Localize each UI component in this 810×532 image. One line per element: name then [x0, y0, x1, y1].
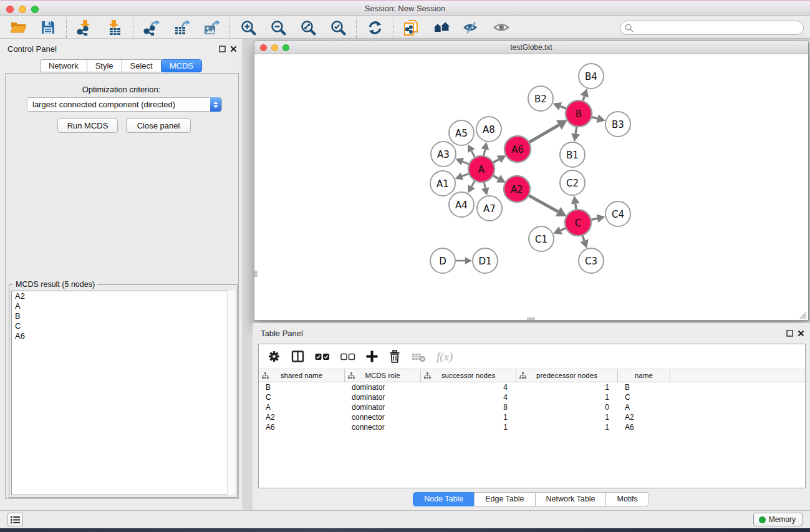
cell-predecessor-nodes[interactable]: 1 — [516, 382, 618, 392]
clone-network-button[interactable] — [403, 19, 420, 36]
edge-A-A2[interactable] — [493, 175, 498, 178]
tab-network-table[interactable]: Network Table — [535, 492, 607, 506]
edge-C-C4[interactable] — [591, 218, 597, 220]
edge-B-B1[interactable] — [576, 127, 577, 134]
edge-A-A8[interactable] — [484, 150, 485, 157]
import-network-button[interactable] — [76, 19, 94, 36]
cell-name[interactable]: A2 — [618, 412, 670, 422]
tab-mcds[interactable]: MCDS — [161, 59, 202, 72]
edge-A-A6[interactable] — [493, 159, 499, 162]
delete-columns-button[interactable] — [388, 350, 401, 363]
table-row[interactable]: Bdominator41B — [259, 382, 805, 392]
cell-shared-name[interactable]: C — [259, 392, 345, 402]
table-float-button[interactable] — [785, 329, 794, 337]
table-row[interactable]: Cdominator41C — [259, 392, 805, 402]
column-header-MCDS-role[interactable]: MCDS role — [345, 369, 421, 382]
result-scrollbar[interactable] — [227, 291, 235, 495]
show-column-panel-button[interactable] — [291, 351, 304, 362]
cell-shared-name[interactable]: A — [259, 402, 345, 412]
cell-shared-name[interactable]: A2 — [259, 412, 345, 422]
cell-name[interactable]: A6 — [618, 422, 670, 432]
cell-name[interactable]: C — [618, 392, 670, 402]
edge-C-C1[interactable] — [561, 228, 566, 230]
tab-style[interactable]: Style — [87, 59, 122, 72]
cell-predecessor-nodes[interactable]: 0 — [516, 402, 618, 412]
resize-grip-icon[interactable] — [799, 311, 807, 319]
edge-A-A1[interactable] — [462, 173, 469, 176]
cell-shared-name[interactable]: B — [259, 382, 345, 392]
tab-motifs[interactable]: Motifs — [605, 492, 648, 506]
export-table-button[interactable] — [173, 19, 190, 36]
close-panel-button[interactable] — [229, 44, 238, 53]
cell-successor-nodes[interactable]: 8 — [421, 402, 516, 412]
cell-shared-name[interactable]: A6 — [259, 422, 345, 432]
edge-A-A5[interactable] — [471, 151, 475, 158]
table-row[interactable]: A2connector11A2 — [259, 412, 805, 422]
edge-A6-B[interactable] — [529, 125, 559, 142]
result-item[interactable]: A2 — [12, 291, 234, 301]
canvas-vscroll-hint[interactable] — [254, 271, 258, 277]
create-column-button[interactable] — [366, 351, 378, 362]
result-item[interactable]: A — [12, 301, 234, 311]
column-header-successor-nodes[interactable]: successor nodes — [421, 369, 516, 382]
refresh-button[interactable] — [366, 19, 383, 36]
unselect-all-columns-button[interactable] — [340, 353, 355, 360]
column-header-shared-name[interactable]: shared name — [259, 369, 345, 382]
network-graph[interactable]: B4B2BB3A8A5A6A3B1AA1C2A2A4A7C4CC1C3DD1 — [254, 54, 808, 321]
cell-predecessor-nodes[interactable]: 1 — [516, 412, 618, 422]
edge-A2-C[interactable] — [528, 195, 558, 211]
select-all-columns-button[interactable] — [315, 353, 330, 360]
table-row[interactable]: A6connector11A6 — [259, 422, 805, 432]
table-row[interactable]: Adominator80A — [259, 402, 805, 412]
edge-A-A7[interactable] — [484, 182, 485, 188]
close-panel-action-button[interactable]: Close panel — [126, 118, 191, 133]
edge-B-B2[interactable] — [561, 106, 567, 109]
column-header-predecessor-nodes[interactable]: predecessor nodes — [516, 369, 618, 382]
edge-B-B3[interactable] — [591, 117, 597, 118]
task-history-button[interactable] — [7, 513, 23, 526]
memory-button[interactable]: Memory — [753, 513, 803, 526]
cell-successor-nodes[interactable]: 4 — [421, 392, 516, 402]
home-panels-button[interactable] — [433, 19, 450, 36]
result-item[interactable]: A6 — [12, 331, 234, 341]
result-item[interactable]: C — [12, 321, 234, 331]
birdseye-view-button[interactable] — [493, 19, 510, 36]
edge-C-C2[interactable] — [576, 204, 576, 210]
cell-MCDS-role[interactable]: connector — [345, 422, 421, 432]
column-header-name[interactable]: name — [618, 369, 670, 382]
cell-name[interactable]: A — [618, 402, 670, 412]
cell-predecessor-nodes[interactable]: 1 — [516, 422, 618, 432]
cell-name[interactable]: B — [618, 382, 670, 392]
edge-A-A3[interactable] — [463, 162, 470, 164]
tab-node-table[interactable]: Node Table — [413, 492, 475, 506]
run-mcds-button[interactable]: Run MCDS — [57, 118, 118, 133]
cell-successor-nodes[interactable]: 4 — [421, 382, 516, 392]
edge-C-C3[interactable] — [582, 235, 584, 241]
cell-MCDS-role[interactable]: connector — [345, 412, 421, 422]
zoom-fit-button[interactable] — [299, 19, 317, 36]
tab-edge-table[interactable]: Edge Table — [474, 492, 535, 506]
export-image-button[interactable] — [203, 19, 220, 36]
panel-splitter[interactable] — [243, 39, 253, 510]
network-window-titlebar[interactable]: testGlobe.txt — [254, 41, 808, 54]
cell-MCDS-role[interactable]: dominator — [345, 392, 421, 402]
tab-network[interactable]: Network — [40, 59, 87, 72]
cell-MCDS-role[interactable]: dominator — [345, 382, 421, 392]
cell-predecessor-nodes[interactable]: 1 — [516, 392, 618, 402]
save-session-button[interactable] — [39, 19, 57, 36]
result-item[interactable]: B — [12, 311, 234, 321]
cell-successor-nodes[interactable]: 1 — [421, 412, 516, 422]
zoom-out-button[interactable] — [269, 19, 287, 36]
zoom-selected-button[interactable] — [329, 19, 347, 36]
import-table-button[interactable] — [106, 19, 123, 36]
search-input[interactable] — [620, 21, 804, 35]
criterion-select[interactable]: largest connected component (directed) — [27, 97, 222, 112]
hide-details-button[interactable] — [463, 19, 480, 36]
cell-MCDS-role[interactable]: dominator — [345, 402, 421, 412]
cell-successor-nodes[interactable]: 1 — [421, 422, 516, 432]
tab-select[interactable]: Select — [122, 59, 162, 72]
table-close-button[interactable] — [796, 329, 805, 337]
network-canvas[interactable]: B4B2BB3A8A5A6A3B1AA1C2A2A4A7C4CC1C3DD1 — [254, 54, 808, 321]
canvas-hscroll-hint[interactable] — [527, 317, 535, 320]
table-settings-button[interactable] — [268, 350, 281, 363]
